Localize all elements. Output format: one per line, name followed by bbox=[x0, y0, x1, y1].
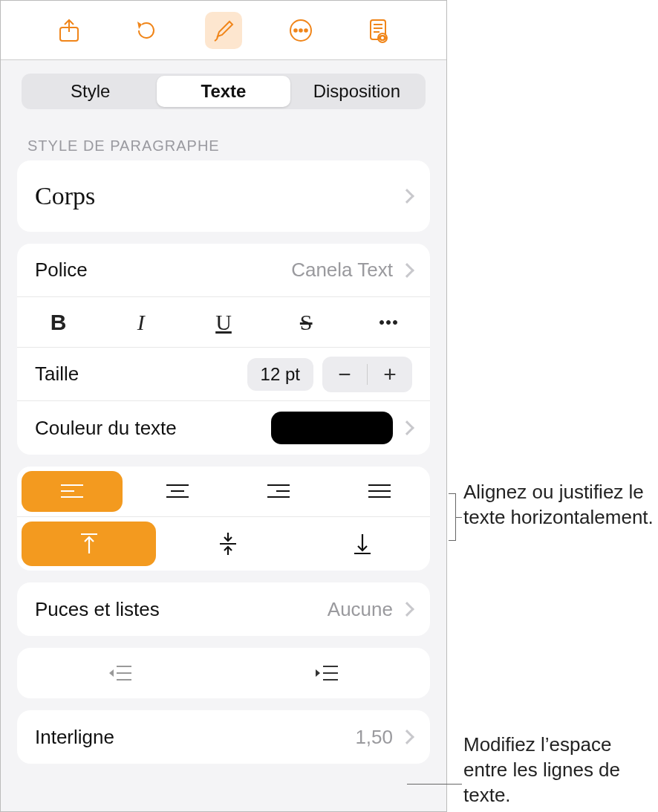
chevron-right-icon bbox=[400, 263, 414, 278]
undo-icon[interactable] bbox=[128, 12, 165, 49]
tab-disposition[interactable]: Disposition bbox=[290, 76, 423, 107]
size-row: Taille 12 pt − + bbox=[17, 348, 430, 401]
paragraph-style-card: Corps bbox=[17, 160, 430, 232]
align-left-button[interactable] bbox=[22, 471, 123, 512]
callout-bracket-align bbox=[449, 493, 456, 541]
top-toolbar bbox=[1, 1, 446, 60]
font-label: Police bbox=[35, 259, 88, 282]
format-brush-icon[interactable] bbox=[205, 12, 242, 49]
align-center-button[interactable] bbox=[127, 467, 228, 516]
bullets-label: Puces et listes bbox=[35, 598, 160, 621]
font-row[interactable]: Police Canela Text bbox=[17, 244, 430, 297]
size-decrease-button[interactable]: − bbox=[322, 362, 367, 387]
indent-button[interactable] bbox=[224, 648, 430, 698]
line-spacing-value: 1,50 bbox=[355, 726, 393, 749]
italic-button[interactable]: I bbox=[100, 310, 182, 335]
align-bottom-button[interactable] bbox=[296, 517, 430, 571]
callout-line-spacing bbox=[407, 784, 462, 785]
paragraph-style-row[interactable]: Corps bbox=[17, 160, 430, 232]
text-color-label: Couleur du texte bbox=[35, 417, 177, 440]
bullets-row[interactable]: Puces et listes Aucune bbox=[17, 582, 430, 636]
tab-style[interactable]: Style bbox=[24, 76, 157, 107]
alignment-card bbox=[17, 467, 430, 571]
align-middle-button[interactable] bbox=[160, 517, 295, 571]
svg-point-2 bbox=[294, 29, 297, 32]
bullets-value: Aucune bbox=[328, 598, 393, 621]
chevron-right-icon bbox=[400, 189, 414, 204]
inspector-tabs: Style Texte Disposition bbox=[22, 74, 426, 109]
more-format-button[interactable] bbox=[348, 311, 430, 334]
size-value[interactable]: 12 pt bbox=[247, 358, 313, 391]
callout-spacing-text: Modifiez l’espace entre les lignes de te… bbox=[463, 733, 654, 808]
horizontal-align-row bbox=[17, 467, 430, 517]
bullets-card: Puces et listes Aucune bbox=[17, 582, 430, 636]
svg-point-3 bbox=[299, 29, 302, 32]
svg-point-12 bbox=[387, 320, 391, 324]
indent-row bbox=[17, 648, 430, 698]
line-spacing-row[interactable]: Interligne 1,50 bbox=[17, 710, 430, 764]
size-label: Taille bbox=[35, 363, 79, 386]
more-icon[interactable] bbox=[282, 12, 319, 49]
svg-point-13 bbox=[394, 320, 397, 324]
bold-button[interactable]: B bbox=[17, 310, 100, 335]
chevron-right-icon bbox=[400, 730, 414, 744]
strikethrough-button[interactable]: S bbox=[265, 310, 348, 335]
align-right-button[interactable] bbox=[228, 467, 329, 516]
text-color-row[interactable]: Couleur du texte bbox=[17, 401, 430, 455]
outdent-button[interactable] bbox=[17, 648, 224, 698]
callout-line-align bbox=[456, 517, 462, 518]
font-card: Police Canela Text B I U S Taille 12 pt … bbox=[17, 244, 430, 455]
size-stepper: − + bbox=[322, 357, 412, 392]
line-spacing-label: Interligne bbox=[35, 726, 114, 749]
align-top-button[interactable] bbox=[22, 522, 156, 566]
font-value: Canela Text bbox=[291, 259, 393, 282]
share-icon[interactable] bbox=[51, 12, 88, 49]
svg-point-4 bbox=[304, 29, 307, 32]
line-spacing-card: Interligne 1,50 bbox=[17, 710, 430, 764]
chevron-right-icon bbox=[400, 602, 414, 617]
align-justify-button[interactable] bbox=[329, 467, 430, 516]
size-increase-button[interactable]: + bbox=[368, 362, 412, 387]
section-label-paragraph-style: STYLE DE PARAGRAPHE bbox=[1, 118, 446, 160]
vertical-align-row bbox=[17, 517, 430, 571]
document-view-icon[interactable] bbox=[359, 12, 397, 49]
paragraph-style-value: Corps bbox=[35, 182, 95, 210]
format-buttons-row: B I U S bbox=[17, 297, 430, 348]
chevron-right-icon bbox=[400, 420, 414, 435]
indent-card bbox=[17, 648, 430, 698]
underline-button[interactable]: U bbox=[182, 310, 264, 335]
callout-align-text: Alignez ou justifiez le texte horizontal… bbox=[463, 480, 654, 530]
svg-point-11 bbox=[380, 320, 384, 324]
text-color-swatch[interactable] bbox=[271, 412, 393, 444]
tab-texte[interactable]: Texte bbox=[157, 76, 290, 107]
